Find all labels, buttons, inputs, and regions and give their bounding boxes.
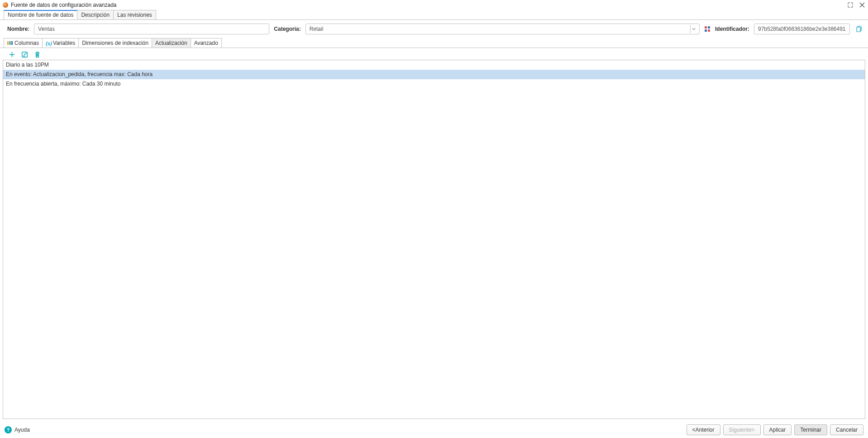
- help-label[interactable]: Ayuda: [14, 427, 30, 433]
- cancel-button[interactable]: Cancelar: [830, 424, 863, 435]
- subtab-label: Columnas: [14, 40, 39, 46]
- subtab-index-dimensions[interactable]: Dimensiones de indexación: [78, 38, 152, 48]
- prev-button[interactable]: <Anterior: [687, 424, 720, 435]
- subtab-columns[interactable]: Columnas: [4, 38, 43, 48]
- list-item[interactable]: Diario a las 10PM: [3, 60, 865, 70]
- svg-rect-2: [705, 26, 707, 29]
- identifier-label: Identificador:: [715, 26, 749, 32]
- tab-datasource-name[interactable]: Nombre de fuente de datos: [4, 10, 77, 19]
- maximize-icon[interactable]: [847, 2, 854, 8]
- finish-button[interactable]: Terminar: [794, 424, 827, 435]
- list-item-text: En evento: Actualizacion_pedida, frecuen…: [6, 71, 153, 77]
- identifier-input[interactable]: [754, 24, 850, 34]
- svg-rect-9: [10, 41, 11, 45]
- svg-rect-7: [857, 27, 860, 32]
- form-row: Nombre: Categoría: Retail Identificador:: [0, 20, 868, 38]
- svg-rect-8: [7, 41, 9, 45]
- list-item-text: En frecuencia abierta, máximo: Cada 30 m…: [6, 81, 120, 87]
- columns-icon: [7, 40, 13, 46]
- copy-icon[interactable]: [856, 26, 863, 32]
- subtab-refresh[interactable]: Actualización: [152, 38, 191, 48]
- add-button[interactable]: [8, 51, 15, 58]
- subtab-label: Dimensiones de indexación: [82, 40, 148, 46]
- subtab-label: Avanzado: [194, 40, 218, 46]
- delete-button[interactable]: [33, 51, 41, 58]
- sub-tabs: Columnas (x) Variables Dimensiones de in…: [0, 38, 868, 48]
- tab-description[interactable]: Descripción: [77, 10, 114, 19]
- list-item[interactable]: En frecuencia abierta, máximo: Cada 30 m…: [3, 79, 865, 89]
- category-select[interactable]: Retail: [305, 24, 700, 34]
- help-icon[interactable]: ?: [5, 426, 12, 433]
- refresh-schedule-list[interactable]: Diario a las 10PM En evento: Actualizaci…: [3, 60, 865, 419]
- tab-label: Las revisiones: [117, 12, 152, 18]
- svg-rect-5: [708, 29, 710, 32]
- apply-button[interactable]: Aplicar: [763, 424, 792, 435]
- category-value: Retail: [310, 26, 324, 32]
- next-button: Siguiente>: [723, 424, 761, 435]
- subtab-label: Variables: [53, 40, 75, 46]
- name-input[interactable]: [34, 24, 269, 34]
- list-item-text: Diario a las 10PM: [6, 62, 49, 68]
- variable-icon: (x): [46, 40, 51, 46]
- list-item[interactable]: En evento: Actualizacion_pedida, frecuen…: [3, 70, 865, 79]
- tab-label: Descripción: [81, 12, 110, 18]
- dialog-window: Fuente de datos de configuración avanzad…: [0, 0, 868, 438]
- app-icon: [3, 2, 8, 8]
- tab-revisions[interactable]: Las revisiones: [113, 10, 156, 19]
- footer: ? Ayuda <Anterior Siguiente> Aplicar Ter…: [0, 422, 868, 438]
- subtab-advanced[interactable]: Avanzado: [191, 38, 222, 48]
- chevron-down-icon: [690, 25, 697, 33]
- identifier-icon: [704, 26, 711, 32]
- subtab-variables[interactable]: (x) Variables: [42, 38, 79, 48]
- subtab-label: Actualización: [155, 40, 187, 46]
- svg-rect-4: [705, 29, 707, 32]
- close-icon[interactable]: [859, 2, 865, 8]
- titlebar: Fuente de datos de configuración avanzad…: [0, 0, 868, 10]
- svg-rect-10: [11, 41, 13, 45]
- tab-label: Nombre de fuente de datos: [8, 12, 73, 18]
- category-label: Categoría:: [274, 26, 300, 32]
- svg-rect-3: [708, 26, 710, 29]
- name-label: Nombre:: [7, 26, 29, 32]
- toolbar: [3, 48, 865, 60]
- primary-tabs: Nombre de fuente de datos Descripción La…: [0, 10, 868, 20]
- window-title: Fuente de datos de configuración avanzad…: [11, 2, 847, 8]
- edit-button[interactable]: [21, 51, 28, 58]
